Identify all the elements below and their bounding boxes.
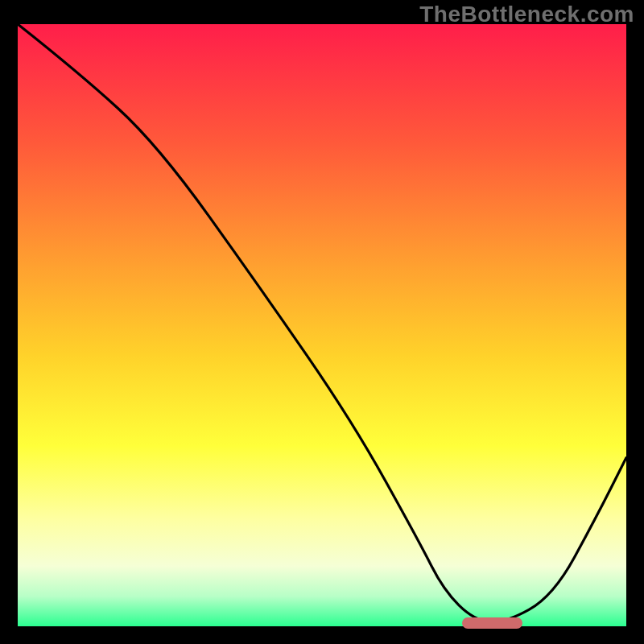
chart-frame: TheBottleneck.com <box>0 0 644 644</box>
optimal-range-marker <box>462 617 523 629</box>
watermark-text: TheBottleneck.com <box>419 2 634 27</box>
plot-area <box>18 24 626 626</box>
bottleneck-curve <box>18 24 626 626</box>
